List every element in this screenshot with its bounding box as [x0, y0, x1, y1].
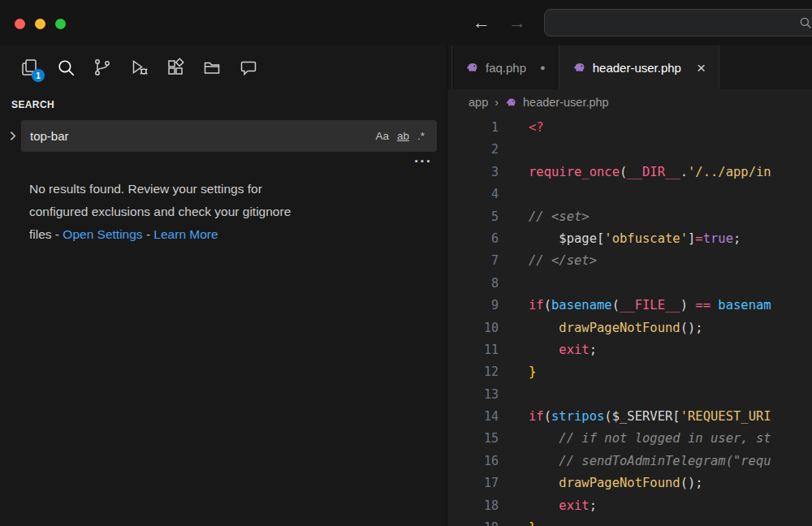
message-line-3: files - Open Settings - Learn More	[29, 223, 417, 246]
vscode-window: ← → 1	[0, 0, 812, 526]
line-number: 16	[447, 451, 499, 472]
code-line: 12}	[447, 361, 812, 383]
line-number: 15	[447, 428, 499, 450]
code-line: 1<?	[447, 117, 812, 139]
message-line-2: configured exclusions and check your git…	[29, 200, 417, 223]
code-line: 16 // sendToAdminTelegram("requ	[447, 451, 812, 472]
workbench: 1	[0, 45, 812, 526]
history-navigation: ← →	[473, 0, 526, 45]
line-number: 1	[447, 117, 499, 139]
search-input[interactable]	[30, 129, 371, 143]
link-separator: -	[143, 227, 154, 241]
code-line: 14if(stripos($_SERVER['REQUEST_URI	[447, 406, 812, 428]
forward-button[interactable]: →	[508, 12, 526, 33]
close-tab-icon[interactable]: ×	[697, 60, 706, 75]
search-results-message: No results found. Review your settings f…	[29, 178, 417, 246]
code-line: 11 exit;	[447, 339, 812, 361]
toggle-replace-chevron-icon[interactable]	[3, 131, 21, 141]
code-line: 19}	[447, 517, 812, 526]
regex-toggle[interactable]: .*	[413, 128, 429, 144]
code-text	[499, 273, 529, 295]
minimize-window-button[interactable]	[35, 19, 45, 29]
code-line: 7// </set>	[447, 250, 812, 272]
code-text: exit;	[499, 495, 597, 517]
search-icon	[798, 15, 812, 33]
code-text: require_once(__DIR__.'/../app/in	[499, 162, 771, 183]
open-settings-link[interactable]: Open Settings	[63, 227, 142, 241]
code-text: exit;	[499, 339, 597, 361]
more-actions-button[interactable]: ···	[414, 153, 432, 170]
code-line: 10 drawPageNotFound();	[447, 317, 812, 339]
chat-icon[interactable]	[237, 56, 260, 79]
code-text: // if not logged in user, st	[499, 428, 771, 450]
code-text: }	[499, 361, 536, 383]
code-text	[499, 139, 529, 161]
back-button[interactable]: ←	[473, 12, 490, 33]
code-line: 3require_once(__DIR__.'/../app/in	[447, 162, 812, 183]
zoom-window-button[interactable]	[55, 19, 66, 29]
folder-icon[interactable]	[201, 56, 223, 79]
line-number: 18	[447, 495, 499, 517]
line-number: 2	[447, 139, 499, 161]
code-text: if(basename(__FILE__) == basenam	[499, 295, 771, 317]
code-line: 17 drawPageNotFound();	[447, 472, 812, 494]
run-debug-icon[interactable]	[127, 56, 150, 79]
line-number: 6	[447, 228, 499, 250]
line-number: 5	[447, 206, 499, 228]
line-number: 4	[447, 183, 499, 205]
panel-title: SEARCH	[0, 89, 447, 110]
line-number: 11	[447, 339, 499, 361]
line-number: 3	[447, 162, 499, 183]
code-line: 5// <set>	[447, 206, 812, 228]
breadcrumb: app › header-user.php	[447, 89, 812, 115]
search-box: Aa ab .*	[21, 120, 437, 152]
titlebar: ← →	[0, 0, 812, 45]
code-text: drawPageNotFound();	[499, 472, 703, 494]
explorer-copy-icon[interactable]: 1	[18, 56, 41, 79]
activity-badge: 1	[32, 69, 45, 82]
code-text	[499, 183, 529, 205]
code-text: // sendToAdminTelegram("requ	[499, 451, 771, 472]
line-number: 19	[447, 517, 499, 526]
php-icon	[465, 61, 478, 74]
command-center-search[interactable]	[544, 9, 812, 37]
code-line: 15 // if not logged in user, st	[447, 428, 812, 450]
whole-word-toggle[interactable]: ab	[393, 128, 413, 144]
sidebar: 1	[0, 45, 447, 526]
breadcrumb-file[interactable]: header-user.php	[523, 96, 609, 109]
learn-more-link[interactable]: Learn More	[153, 227, 218, 241]
line-number: 13	[447, 384, 499, 406]
tab-header-user-php[interactable]: header-user.php ×	[559, 45, 719, 89]
match-case-toggle[interactable]: Aa	[371, 128, 393, 144]
code-line: 13	[447, 384, 812, 406]
message-line-1: No results found. Review your settings f…	[29, 178, 417, 200]
line-number: 12	[447, 361, 499, 383]
php-icon	[572, 61, 585, 74]
line-number: 10	[447, 317, 499, 339]
activity-bar: 1	[0, 45, 447, 89]
close-window-button[interactable]	[15, 19, 25, 29]
code-text: // </set>	[499, 250, 597, 272]
extensions-icon[interactable]	[164, 56, 187, 79]
message-line-3-prefix: files -	[29, 227, 63, 241]
search-icon[interactable]	[54, 56, 77, 79]
line-number: 8	[447, 273, 499, 295]
line-number: 7	[447, 250, 499, 272]
breadcrumb-separator-icon: ›	[495, 96, 499, 109]
code-line: 6 $page['obfuscate']=true;	[447, 228, 812, 250]
tab-faq-php[interactable]: faq.php ●	[451, 45, 559, 89]
editor-group: faq.php ● header-user.php ×	[447, 45, 812, 526]
php-icon	[505, 97, 516, 108]
code-text: // <set>	[499, 206, 590, 228]
line-number: 17	[447, 472, 499, 494]
breadcrumb-folder[interactable]: app	[469, 96, 488, 109]
code-line: 4	[447, 183, 812, 205]
source-control-icon[interactable]	[91, 56, 114, 79]
code-text: $page['obfuscate']=true;	[499, 228, 741, 250]
window-controls	[15, 19, 66, 29]
code-editor[interactable]: 1<?23require_once(__DIR__.'/../app/in45/…	[447, 115, 812, 526]
line-number: 14	[447, 406, 499, 428]
code-text: }	[499, 517, 536, 526]
code-line: 9if(basename(__FILE__) == basenam	[447, 295, 812, 317]
modified-dot-icon: ●	[540, 63, 546, 72]
